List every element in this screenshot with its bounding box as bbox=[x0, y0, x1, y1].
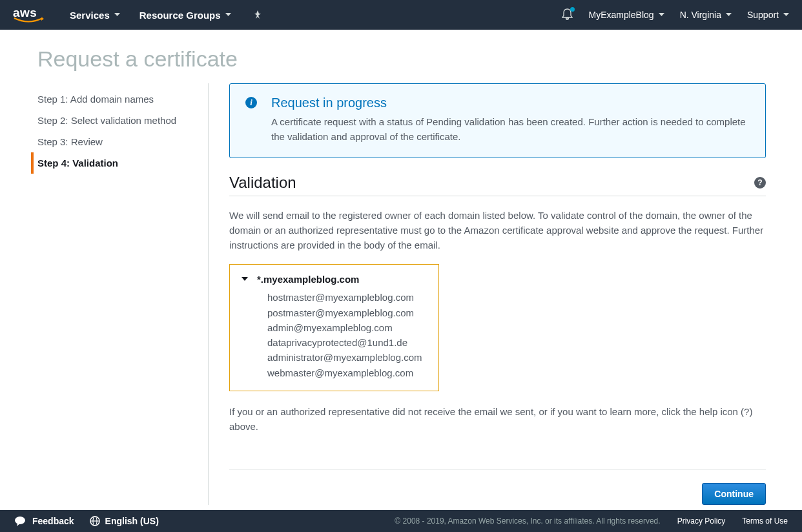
validation-email: administrator@myexampleblog.com bbox=[267, 350, 427, 365]
page-title: Request a certificate bbox=[0, 30, 802, 83]
step-1[interactable]: Step 1: Add domain names bbox=[34, 88, 208, 110]
footer-note: If you or an authorized representative d… bbox=[229, 404, 766, 435]
feedback-link[interactable]: Feedback bbox=[32, 516, 74, 526]
step-2[interactable]: Step 2: Select validation method bbox=[34, 110, 208, 131]
domain-name: *.myexampleblog.com bbox=[257, 274, 359, 285]
chevron-down-icon bbox=[726, 13, 732, 17]
notification-dot bbox=[570, 7, 575, 12]
section-description: We will send email to the registered own… bbox=[229, 208, 766, 253]
section-header: Validation ? bbox=[229, 174, 766, 196]
validation-email: admin@myexampleblog.com bbox=[267, 320, 427, 335]
step-3[interactable]: Step 3: Review bbox=[34, 131, 208, 152]
nav-account-label: MyExampleBlog bbox=[588, 10, 653, 20]
validation-email: dataprivacyprotected@1und1.de bbox=[267, 335, 427, 350]
pin-icon[interactable] bbox=[253, 10, 262, 19]
speech-bubble-icon bbox=[14, 516, 26, 526]
validation-email-list: hostmaster@myexampleblog.com postmaster@… bbox=[242, 290, 427, 380]
chevron-down-icon bbox=[659, 13, 664, 17]
validation-email: hostmaster@myexampleblog.com bbox=[267, 290, 427, 305]
continue-button[interactable]: Continue bbox=[702, 483, 766, 505]
validation-email: postmaster@myexampleblog.com bbox=[267, 305, 427, 320]
domain-header[interactable]: *.myexampleblog.com bbox=[242, 274, 427, 285]
info-text: A certificate request with a status of P… bbox=[271, 114, 750, 145]
footer-bar: Feedback English (US) © 2008 - 2019, Ama… bbox=[0, 510, 802, 532]
footer-right: © 2008 - 2019, Amazon Web Services, Inc.… bbox=[395, 517, 788, 526]
copyright-text: © 2008 - 2019, Amazon Web Services, Inc.… bbox=[395, 517, 660, 526]
nav-resource-groups-label: Resource Groups bbox=[139, 10, 221, 21]
globe-icon bbox=[90, 516, 100, 526]
nav-support[interactable]: Support bbox=[747, 10, 789, 20]
caret-down-icon bbox=[242, 277, 248, 281]
nav-account[interactable]: MyExampleBlog bbox=[588, 10, 664, 20]
section-title: Validation bbox=[229, 174, 296, 192]
info-title: Request in progress bbox=[271, 96, 750, 110]
info-alert: i Request in progress A certificate requ… bbox=[229, 83, 766, 158]
nav-region-label: N. Virginia bbox=[680, 10, 721, 20]
chevron-down-icon bbox=[114, 13, 120, 17]
chevron-down-icon bbox=[225, 13, 231, 17]
nav-right: MyExampleBlog N. Virginia Support bbox=[562, 8, 789, 22]
main-layout: Step 1: Add domain names Step 2: Select … bbox=[0, 83, 802, 505]
chevron-down-icon bbox=[783, 13, 789, 17]
nav-region[interactable]: N. Virginia bbox=[680, 10, 732, 20]
svg-point-0 bbox=[15, 517, 25, 524]
nav-services[interactable]: Services bbox=[70, 10, 120, 21]
nav-services-label: Services bbox=[70, 10, 110, 21]
help-icon[interactable]: ? bbox=[754, 177, 766, 189]
notifications-button[interactable] bbox=[562, 8, 573, 22]
nav-resource-groups[interactable]: Resource Groups bbox=[139, 10, 231, 21]
top-nav: aws Services Resource Groups MyExampleBl… bbox=[0, 0, 802, 30]
aws-logo[interactable]: aws bbox=[13, 6, 44, 24]
language-selector[interactable]: English (US) bbox=[105, 516, 159, 526]
content-area: i Request in progress A certificate requ… bbox=[209, 83, 802, 505]
terms-link[interactable]: Terms of Use bbox=[742, 517, 788, 526]
domain-validation-box: *.myexampleblog.com hostmaster@myexample… bbox=[229, 264, 439, 391]
button-row: Continue bbox=[229, 469, 766, 505]
wizard-steps-sidebar: Step 1: Add domain names Step 2: Select … bbox=[0, 83, 209, 505]
nav-support-label: Support bbox=[747, 10, 779, 20]
info-icon-wrap: i bbox=[245, 96, 257, 145]
step-4[interactable]: Step 4: Validation bbox=[31, 152, 208, 174]
privacy-link[interactable]: Privacy Policy bbox=[677, 517, 726, 526]
info-icon: i bbox=[245, 97, 257, 108]
validation-email: webmaster@myexampleblog.com bbox=[267, 365, 427, 380]
